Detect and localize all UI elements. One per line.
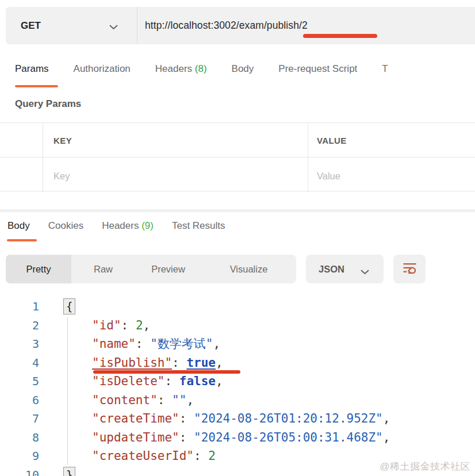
request-tabs: ParamsAuthorizationHeaders (8)BodyPre-re…	[0, 63, 475, 89]
token-key: "isPublish"	[92, 356, 172, 370]
line-number: 2	[0, 318, 39, 332]
token-key: "updateTime"	[92, 431, 179, 444]
code-text: "createUserId": 2	[92, 449, 216, 463]
line-number: 9	[0, 449, 39, 463]
token-key: "createUserId"	[92, 449, 194, 463]
tab-authorization[interactable]: Authorization	[74, 63, 131, 75]
code-line: 1{	[0, 297, 475, 316]
watermark: @稀土掘金技术社区	[380, 460, 470, 473]
tab-headers[interactable]: Headers (8)	[155, 63, 207, 75]
wrap-text-button[interactable]	[393, 255, 426, 283]
view-mode-visualize[interactable]: Visualize	[201, 255, 296, 283]
token-num: 2	[208, 449, 216, 463]
token-str: "2024-08-26T01:20:12.952Z"	[194, 412, 383, 425]
response-tab-test-results[interactable]: Test Results	[172, 220, 225, 243]
line-number: 10	[0, 468, 39, 476]
code-line: 8"updateTime": "2024-08-26T05:00:31.468Z…	[0, 428, 475, 447]
response-body-code[interactable]: 1{2"id": 2,3"name": "数学考试",4"isPublish":…	[0, 297, 475, 476]
code-text-underlined: "isPublish": true,	[92, 356, 223, 370]
code-line: 2"id": 2,	[0, 316, 475, 335]
token-bool: false	[179, 374, 216, 388]
code-line: 4"isPublish": true,	[0, 354, 475, 373]
token-punc: ,	[216, 374, 223, 388]
code-text: "isDelete": false,	[92, 374, 223, 388]
response-tabs: BodyCookiesHeaders (9)Test Results	[0, 220, 475, 243]
method-label: GET	[21, 20, 41, 32]
tab-pre-request-script[interactable]: Pre-request Script	[278, 63, 357, 75]
line-number: 1	[0, 300, 39, 313]
code-text: "createTime": "2024-08-26T01:20:12.952Z"…	[92, 412, 390, 425]
method-selector[interactable]: GET	[6, 7, 137, 44]
format-dropdown[interactable]: JSON	[306, 255, 384, 283]
chevron-down-icon	[361, 267, 369, 277]
line-number: 5	[0, 374, 39, 388]
line-number: 6	[0, 393, 39, 407]
response-tab-headers[interactable]: Headers (9)	[102, 220, 154, 243]
table-row-divider	[0, 157, 475, 158]
token-bool: true	[186, 356, 216, 370]
fold-brace[interactable]: {	[63, 298, 75, 314]
response-tab-cookies[interactable]: Cookies	[48, 220, 83, 243]
url-annotation-underline	[303, 34, 377, 38]
section-divider	[0, 209, 475, 212]
token-punc: ,	[216, 356, 223, 370]
view-mode-raw[interactable]: Raw	[71, 255, 135, 283]
token-punc: ,	[213, 337, 220, 351]
code-line: 6"content": "",	[0, 391, 475, 410]
request-bar: GET http://localhost:3002/exam/publish/2	[6, 7, 475, 44]
value-input[interactable]: Value	[317, 171, 340, 182]
query-params-table: KEY VALUE Key Value	[0, 122, 475, 191]
url-input[interactable]: http://localhost:3002/exam/publish/2	[145, 7, 308, 44]
table-col-divider	[43, 123, 43, 192]
tab-body[interactable]: Body	[232, 63, 254, 75]
tab-count-badge: (9)	[141, 220, 154, 231]
code-text: {	[63, 298, 75, 314]
code-text: "updateTime": "2024-08-26T05:00:31.468Z"…	[92, 431, 390, 444]
token-punc: ,	[383, 431, 390, 444]
token-key: "createTime"	[92, 412, 179, 425]
token-str: "2024-08-26T05:00:31.468Z"	[194, 431, 383, 444]
code-text: }	[63, 467, 75, 476]
tab-t[interactable]: T	[382, 63, 388, 75]
query-params-title: Query Params	[15, 98, 81, 110]
wrap-text-icon	[402, 260, 417, 278]
active-tab-underline	[15, 85, 58, 87]
view-mode-segmented-control: PrettyRawPreviewVisualize	[6, 255, 296, 283]
line-number: 4	[0, 356, 39, 370]
tab-count-badge: (8)	[195, 63, 207, 74]
token-punc: :	[121, 318, 136, 332]
code-text: "name": "数学考试",	[92, 336, 220, 352]
view-mode-preview[interactable]: Preview	[135, 255, 201, 283]
token-punc: :	[164, 374, 179, 388]
response-view-bar: PrettyRawPreviewVisualize JSON	[0, 255, 475, 283]
value-column-header: VALUE	[317, 136, 347, 145]
token-num: 2	[136, 318, 143, 332]
token-key: "content"	[92, 393, 158, 407]
tab-params[interactable]: Params	[15, 63, 49, 75]
code-line: 5"isDelete": false,	[0, 372, 475, 391]
token-punc: :	[158, 393, 172, 407]
line-number: 3	[0, 337, 39, 351]
token-punc: :	[179, 431, 194, 444]
token-punc: :	[194, 449, 208, 463]
fold-brace[interactable]: }	[63, 467, 75, 476]
token-punc: :	[179, 412, 194, 425]
token-key: "isDelete"	[92, 374, 164, 388]
view-mode-pretty[interactable]: Pretty	[6, 255, 71, 283]
token-punc: ,	[143, 318, 151, 332]
line-number: 8	[0, 431, 39, 444]
token-punc: ,	[186, 393, 194, 407]
token-str: ""	[172, 393, 186, 407]
code-text: "id": 2,	[92, 318, 150, 332]
chevron-down-icon	[109, 22, 118, 32]
token-str: "数学考试"	[150, 337, 213, 351]
token-punc: :	[172, 356, 186, 370]
postman-response-view: GET http://localhost:3002/exam/publish/2…	[0, 0, 475, 476]
active-response-tab-underline	[7, 239, 37, 241]
code-text: "content": "",	[92, 393, 194, 407]
code-line: 7"createTime": "2024-08-26T01:20:12.952Z…	[0, 409, 475, 428]
key-input[interactable]: Key	[53, 171, 70, 182]
token-key: "id"	[92, 318, 121, 332]
line-number: 7	[0, 412, 39, 425]
table-col-divider	[308, 123, 308, 192]
